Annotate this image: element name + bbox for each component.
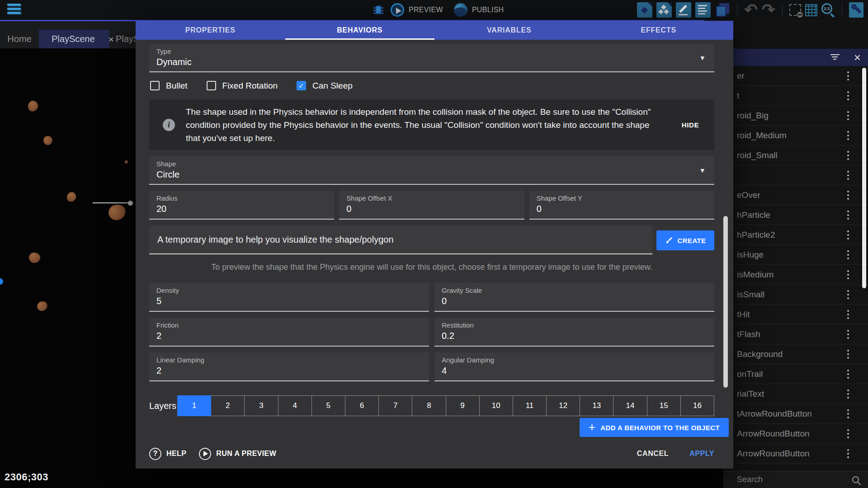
asteroid-sprite[interactable] [65,190,78,203]
object-row[interactable]: eOver [723,185,868,205]
field-shape-offset-y[interactable]: Shape Offset Y0 [529,191,714,220]
field-shape-offset-x[interactable]: Shape Offset X0 [339,191,524,220]
object-row[interactable]: ArrowRoundButton [723,444,868,464]
objects-search[interactable]: Search [723,471,868,488]
checkbox-box[interactable]: ✓ [297,81,306,90]
more-options-icon[interactable] [847,254,849,256]
asteroid-sprite[interactable] [28,252,41,263]
more-options-icon[interactable] [847,95,849,97]
properties-list-icon[interactable] [695,2,711,18]
redo-icon[interactable]: ↷ [762,2,775,18]
dialog-tab-effects[interactable]: EFFECTS [584,21,734,40]
object-row[interactable]: onTrail [723,364,868,384]
more-options-icon[interactable] [847,155,849,156]
checkbox-bullet[interactable]: Bullet [150,81,188,91]
filter-icon[interactable] [830,54,840,61]
dialog-scrollbar[interactable] [723,216,728,388]
tab-playscene[interactable]: PlayScene × [39,30,109,48]
more-options-icon[interactable] [847,75,849,77]
close-panel-icon[interactable]: × [854,53,861,62]
object-row[interactable]: hParticle [723,205,868,225]
layer-button-6[interactable]: 6 [345,395,379,416]
layer-button-2[interactable]: 2 [211,395,245,416]
more-options-icon[interactable] [847,314,849,315]
hide-button[interactable]: HIDE [680,118,701,131]
layer-button-10[interactable]: 10 [479,395,513,416]
object-row[interactable]: isSmall [723,285,868,305]
field-density[interactable]: Density5 [149,283,429,312]
cancel-button[interactable]: CANCEL [637,450,669,458]
object-row[interactable]: isMedium [723,265,868,285]
add-behavior-button[interactable]: + ADD A BEHAVIOR TO THE OBJECT [580,418,729,437]
layer-button-16[interactable]: 16 [680,395,714,416]
more-options-icon[interactable] [847,294,849,296]
preview-button[interactable]: PREVIEW [409,6,443,14]
layer-button-1[interactable]: 1 [177,395,211,416]
more-options-icon[interactable] [847,194,849,196]
selection-handle-dot[interactable] [128,201,133,206]
temp-image-field[interactable]: A temporary image to help you visualize … [149,225,652,254]
layer-button-14[interactable]: 14 [613,395,647,416]
dialog-tab-properties[interactable]: PROPERTIES [136,21,285,40]
object-row[interactable]: roid_Small [723,145,868,165]
asteroid-sprite[interactable] [125,160,128,164]
help-button[interactable]: ? HELP [149,448,186,460]
checkbox-box[interactable] [150,81,160,90]
dialog-tab-behaviors[interactable]: BEHAVIORS [285,21,435,40]
asteroid-sprite[interactable] [36,300,49,313]
more-options-icon[interactable] [847,214,849,216]
object-row[interactable]: tHit [723,305,868,324]
layer-button-13[interactable]: 13 [580,395,613,416]
type-dropdown[interactable]: Type Dynamic ▼ [149,44,714,72]
more-options-icon[interactable] [847,174,849,176]
layer-button-15[interactable]: 15 [647,395,681,416]
more-options-icon[interactable] [847,393,849,395]
field-gravity-scale[interactable]: Gravity Scale0 [434,283,714,312]
apply-button[interactable]: APPLY [689,450,714,458]
layer-button-7[interactable]: 7 [378,395,412,416]
object-row[interactable] [723,165,868,185]
object-row[interactable]: ArrowRoundButton [723,424,868,444]
more-options-icon[interactable] [847,453,849,455]
publish-globe-icon[interactable] [454,3,467,17]
layer-button-4[interactable]: 4 [278,395,312,416]
checkbox-can-sleep[interactable]: ✓Can Sleep [297,81,353,91]
object-row[interactable]: t [723,86,868,106]
objects-list-icon[interactable] [637,2,652,18]
object-row[interactable]: tArrowRoundButton [723,404,868,424]
more-options-icon[interactable] [847,234,849,236]
asteroid-sprite[interactable] [43,136,53,146]
scene-settings-icon[interactable] [849,2,863,18]
grid-icon[interactable] [805,4,817,16]
more-options-icon[interactable] [847,353,849,355]
instances-list-icon[interactable] [656,2,672,18]
object-row[interactable]: roid_Medium [723,126,868,145]
layer-button-3[interactable]: 3 [244,395,278,416]
create-button[interactable]: CREATE [656,230,714,250]
more-options-icon[interactable] [847,115,849,117]
main-menu-icon[interactable] [7,4,23,16]
run-preview-button[interactable]: RUN A PREVIEW [199,448,276,460]
layer-button-9[interactable]: 9 [446,395,480,416]
more-options-icon[interactable] [847,333,849,335]
layer-button-12[interactable]: 12 [546,395,580,416]
more-options-icon[interactable] [847,274,849,276]
object-row[interactable]: isHuge [723,245,868,265]
dialog-tab-variables[interactable]: VARIABLES [434,21,584,40]
asteroid-sprite[interactable] [107,202,127,222]
publish-button[interactable]: PUBLISH [472,6,504,14]
preview-play-icon[interactable] [391,3,404,17]
more-options-icon[interactable] [847,373,849,375]
object-row[interactable]: Background [723,344,868,364]
tab-home[interactable]: Home [0,30,39,48]
object-row[interactable]: roid_Big [723,106,868,126]
more-options-icon[interactable] [847,433,849,435]
clear-selection-icon[interactable] [789,4,801,16]
object-row[interactable]: tFlash [723,324,868,344]
objects-panel-scrollbar[interactable] [862,68,866,288]
zoom-1-1-icon[interactable]: 1:1 [821,3,835,17]
shape-dropdown[interactable]: Shape Circle ▼ [149,156,714,185]
field-linear-damping[interactable]: Linear Damping2 [149,352,429,381]
edit-object-icon[interactable] [676,2,691,18]
checkbox-fixed-rotation[interactable]: Fixed Rotation [207,81,278,91]
